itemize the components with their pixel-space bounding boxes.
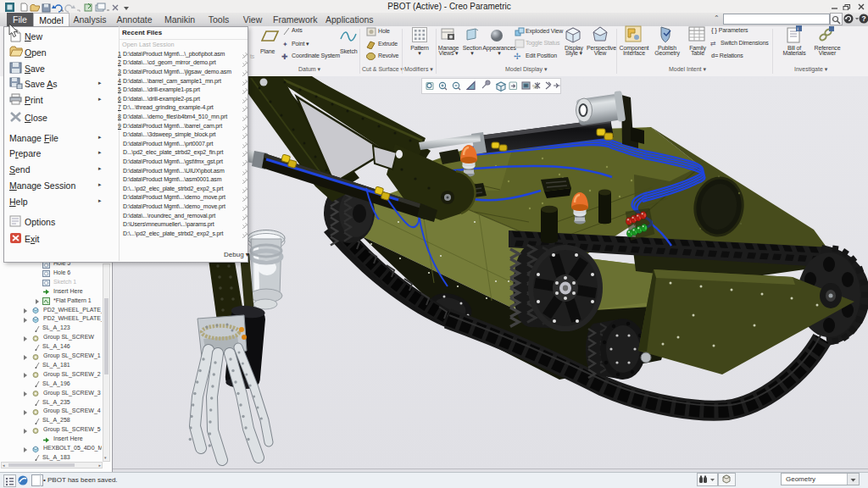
- svg-text:✚: ✚: [281, 53, 288, 61]
- svg-text:✢: ✢: [514, 52, 520, 61]
- svg-text:i: i: [798, 26, 798, 31]
- svg-text:%: %: [532, 84, 537, 90]
- svg-text:✦: ✦: [282, 41, 288, 48]
- svg-text:⇄: ⇄: [710, 40, 716, 47]
